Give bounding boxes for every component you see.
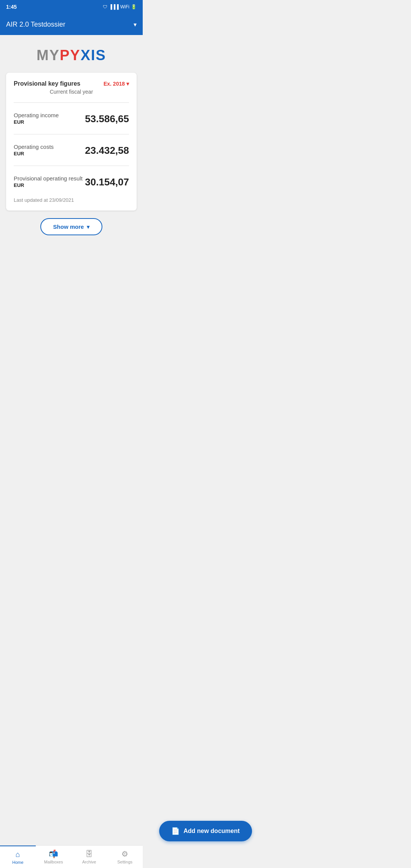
header-dropdown-icon[interactable]: ▾ <box>134 21 137 28</box>
card-title: Provisional key figures <box>14 80 80 87</box>
nav-item-archive[interactable]: 🗄 Archive <box>72 846 107 868</box>
logo-my: MY <box>37 47 60 63</box>
wifi-icon: WiFi <box>120 4 129 10</box>
mailboxes-icon: 📬 <box>49 849 58 858</box>
operating-result-currency: EUR <box>14 182 83 188</box>
operating-costs-value: 23.432,58 <box>85 145 129 156</box>
divider-2 <box>14 166 129 166</box>
divider-1 <box>14 134 129 134</box>
key-figures-card: Provisional key figures Ex. 2018 ▾ Curre… <box>6 73 137 211</box>
nav-item-settings[interactable]: ⚙ Settings <box>107 846 143 868</box>
app-logo: MYPYXIS <box>37 47 106 64</box>
shield-icon: 🛡 <box>103 4 107 10</box>
last-updated: Last updated at 23/09/2021 <box>14 197 129 203</box>
card-year-badge[interactable]: Ex. 2018 ▾ <box>104 81 129 87</box>
logo-xis: XIS <box>81 47 106 63</box>
year-label: Ex. 2018 <box>104 81 125 87</box>
nav-mailboxes-label: Mailboxes <box>44 860 63 864</box>
operating-costs-name: Operating costs <box>14 144 54 150</box>
logo-py: PY <box>60 47 81 63</box>
nav-item-home[interactable]: ⌂ Home <box>0 846 36 868</box>
status-time: 1:45 <box>6 4 17 10</box>
operating-income-name: Operating income <box>14 112 59 118</box>
operating-result-value: 30.154,07 <box>85 176 129 188</box>
operating-income-value: 53.586,65 <box>85 113 129 125</box>
status-bar: 1:45 🛡 ▐▐▐ WiFi 🔋 <box>0 0 143 14</box>
battery-icon: 🔋 <box>131 4 137 10</box>
header-title: AIR 2.0 Testdossier <box>6 21 65 29</box>
operating-result-label: Provisional operating result EUR <box>14 175 83 188</box>
nav-item-mailboxes[interactable]: 📬 Mailboxes <box>36 846 72 868</box>
chevron-down-icon: ▾ <box>87 224 89 230</box>
card-header: Provisional key figures Ex. 2018 ▾ <box>14 80 129 87</box>
signal-icon: ▐▐▐ <box>109 4 119 10</box>
app-header: AIR 2.0 Testdossier ▾ <box>0 14 143 35</box>
nav-home-label: Home <box>12 860 23 865</box>
archive-icon: 🗄 <box>85 850 93 858</box>
main-content: MYPYXIS Provisional key figures Ex. 2018… <box>0 35 143 868</box>
operating-costs-currency: EUR <box>14 151 54 156</box>
bottom-nav: ⌂ Home 📬 Mailboxes 🗄 Archive ⚙ Settings <box>0 845 143 868</box>
operating-costs-label: Operating costs EUR <box>14 144 54 156</box>
operating-income-currency: EUR <box>14 119 59 125</box>
status-icons: 🛡 ▐▐▐ WiFi 🔋 <box>103 4 137 10</box>
operating-result-name: Provisional operating result <box>14 175 83 182</box>
operating-income-label: Operating income EUR <box>14 112 59 125</box>
year-dropdown-icon: ▾ <box>126 81 129 87</box>
operating-income-row: Operating income EUR 53.586,65 <box>14 109 129 128</box>
operating-result-row: Provisional operating result EUR 30.154,… <box>14 172 129 191</box>
nav-settings-label: Settings <box>117 860 132 864</box>
operating-costs-row: Operating costs EUR 23.432,58 <box>14 140 129 160</box>
nav-archive-label: Archive <box>82 860 96 864</box>
home-icon: ⌂ <box>16 850 20 859</box>
settings-icon: ⚙ <box>121 849 128 858</box>
card-subtitle: Current fiscal year <box>14 89 129 95</box>
divider-top <box>14 102 129 103</box>
show-more-button[interactable]: Show more ▾ <box>40 218 103 235</box>
show-more-label: Show more <box>53 223 84 230</box>
logo-container: MYPYXIS <box>37 47 106 64</box>
